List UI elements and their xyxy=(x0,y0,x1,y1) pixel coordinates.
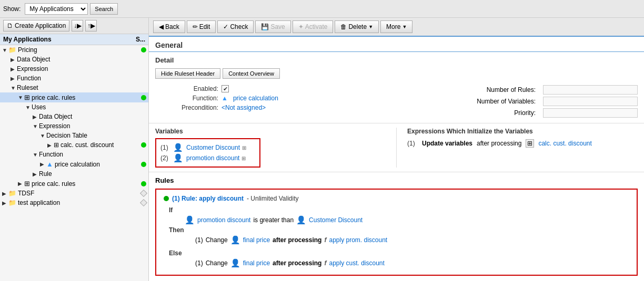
detail-title: Detail xyxy=(155,56,638,64)
cond-var2-link[interactable]: Customer Discount xyxy=(309,216,363,224)
tree-item-price-calc-rules-2[interactable]: ▶ ⊞ price calc. rules xyxy=(0,179,148,189)
var-num-2: (2) xyxy=(160,154,171,162)
toggle-decision-table[interactable]: ▼ xyxy=(40,133,46,139)
cond-var1-link[interactable]: promotion discount xyxy=(197,216,250,224)
export-icon: ↑▶ xyxy=(87,22,95,29)
edit-button[interactable]: ✏ Edit xyxy=(187,20,216,33)
toggle-function[interactable]: ▶ xyxy=(11,76,17,81)
priority-input[interactable] xyxy=(543,108,638,118)
toggle-uses-data-object[interactable]: ▶ xyxy=(33,114,39,120)
var-link-1[interactable]: Customer Discount xyxy=(186,144,240,151)
rule-title-link[interactable]: (1) Rule: apply discount xyxy=(172,195,244,202)
back-button[interactable]: ◀ Back xyxy=(153,20,185,33)
sidebar-header: My Applications S... xyxy=(0,34,148,45)
then-action: Change xyxy=(206,236,228,244)
status-dot-price-calc-2 xyxy=(141,181,146,186)
toggle-data-object[interactable]: ▶ xyxy=(11,57,17,63)
create-application-button[interactable]: 🗋 Create Application xyxy=(3,20,69,32)
toggle-pricing[interactable]: ▼ xyxy=(2,47,8,53)
status-dot-price-calc-func xyxy=(141,162,146,167)
tree-item-function[interactable]: ▶ Function xyxy=(0,74,148,83)
toggle-price-calc-2[interactable]: ▶ xyxy=(18,181,24,186)
toggle-price-calc-func[interactable]: ▶ xyxy=(40,161,46,167)
expr-num-1: (1) xyxy=(407,140,418,147)
else-func-link[interactable]: apply cust. discount xyxy=(329,259,384,267)
tree-item-tdsf[interactable]: ▶ 📁 TDSF xyxy=(0,189,148,198)
tree-item-price-calculation[interactable]: ▶ ▲ price calculation xyxy=(0,159,148,169)
priority-label: Priority: xyxy=(397,109,540,117)
expressions-title: Expressions Which Initialize the Variabl… xyxy=(407,128,638,135)
tree-item-uses[interactable]: ▼ Uses xyxy=(0,102,148,112)
enabled-row: Enabled: ✔ xyxy=(155,84,397,93)
function-row: Function: ▲ price calculation xyxy=(155,93,397,103)
more-button[interactable]: More ▼ xyxy=(380,20,412,33)
show-select[interactable]: My Applications All Applications xyxy=(25,3,88,15)
else-num: (1) xyxy=(195,259,203,267)
toggle-tdsf[interactable]: ▶ xyxy=(2,191,8,196)
var-link-2[interactable]: promotion discount xyxy=(186,154,239,162)
expr-grid-icon: ⊞ xyxy=(526,139,534,148)
if-block: If 👤 promotion discount is greater than … xyxy=(164,206,629,226)
save-button[interactable]: 💾 Save xyxy=(255,20,290,33)
variables-col: Variables (1) 👤 Customer Discount ⊞ (2) … xyxy=(155,128,396,168)
else-var-link[interactable]: final price xyxy=(243,259,270,267)
variables-title: Variables xyxy=(155,128,386,135)
tree-item-uses-data-object[interactable]: ▶ Data Object xyxy=(0,112,148,121)
tree-item-decision-table[interactable]: ▼ Decision Table xyxy=(0,131,148,140)
hide-ruleset-header-button[interactable]: Hide Ruleset Header xyxy=(155,68,220,79)
export-button[interactable]: ↑▶ xyxy=(85,20,97,32)
check-button[interactable]: ✓ Check xyxy=(217,20,254,33)
context-overview-button[interactable]: Context Overview xyxy=(223,68,280,79)
tree-item-uses-expression[interactable]: ▼ Expression xyxy=(0,121,148,131)
rule-status-dot xyxy=(164,196,169,201)
then-var-link[interactable]: final price xyxy=(243,236,270,244)
tree-item-data-object[interactable]: ▶ Data Object xyxy=(0,55,148,64)
toggle-rule[interactable]: ▶ xyxy=(33,171,39,177)
else-text: after processing xyxy=(273,259,321,267)
back-arrow-icon: ◀ xyxy=(159,23,164,30)
tree-item-rule[interactable]: ▶ Rule xyxy=(0,169,148,179)
num-rules-input[interactable] xyxy=(543,85,638,95)
toggle-uses-function[interactable]: ▼ xyxy=(33,152,39,158)
tree-item-ruleset[interactable]: ▼ Ruleset xyxy=(0,83,148,92)
cond-operator: is greater than xyxy=(253,216,294,224)
tree-item-expression[interactable]: ▶ Expression xyxy=(0,64,148,74)
create-icon: 🗋 xyxy=(7,22,13,29)
tree-item-test-application[interactable]: ▶ 📁 test application xyxy=(0,198,148,207)
expr-link[interactable]: calc. cust. discount xyxy=(538,140,591,147)
search-button[interactable]: Search xyxy=(90,3,118,15)
enabled-checkbox[interactable]: ✔ xyxy=(222,85,229,92)
activate-button[interactable]: ✦ Activate xyxy=(293,20,334,33)
folder-icon-tdsf: 📁 xyxy=(8,190,16,197)
then-line: (1) Change 👤 final price after processin… xyxy=(169,234,629,246)
function-link[interactable]: price calculation xyxy=(233,95,278,102)
import-button[interactable]: ↓▶ xyxy=(72,20,83,32)
then-func-link[interactable]: apply prom. discount xyxy=(329,236,387,244)
import-icon: ↓▶ xyxy=(74,22,82,29)
then-num: (1) xyxy=(195,236,203,244)
tree-item-pricing[interactable]: ▼ 📁 Pricing xyxy=(0,45,148,55)
tree-item-uses-function[interactable]: ▼ Function xyxy=(0,150,148,159)
toggle-expression[interactable]: ▶ xyxy=(11,66,17,72)
toggle-test-application[interactable]: ▶ xyxy=(2,200,8,206)
then-text: after processing xyxy=(273,236,321,244)
num-variables-input[interactable] xyxy=(543,97,638,106)
expr-item-1: (1) Update variables after processing ⊞ … xyxy=(407,138,638,149)
toggle-price-calc[interactable]: ▼ xyxy=(18,95,24,100)
delete-button[interactable]: 🗑 Delete ▼ xyxy=(335,20,379,33)
num-variables-row: Number of Variables: xyxy=(397,96,638,107)
detail-buttons: Hide Ruleset Header Context Overview xyxy=(155,68,638,79)
var-icon-1: 👤 xyxy=(173,143,183,152)
else-action: Change xyxy=(206,259,228,267)
toggle-ruleset[interactable]: ▼ xyxy=(11,85,17,91)
then-block: Then (1) Change 👤 final price after proc… xyxy=(164,226,629,246)
enabled-label: Enabled: xyxy=(155,85,218,92)
toggle-uses-expression[interactable]: ▼ xyxy=(33,123,39,129)
tree-item-calc-cust-discount[interactable]: ▶ ⊞ calc. cust. discount xyxy=(0,140,148,150)
toggle-uses[interactable]: ▼ xyxy=(25,105,32,110)
var-icon-2: 👤 xyxy=(173,153,183,163)
num-rules-label: Number of Rules: xyxy=(397,86,540,93)
tree-item-price-calc-rules[interactable]: ▼ ⊞ price calc. rules xyxy=(0,92,148,102)
toggle-calc-cust[interactable]: ▶ xyxy=(47,142,54,148)
var-item-1: (1) 👤 Customer Discount ⊞ xyxy=(160,142,255,153)
